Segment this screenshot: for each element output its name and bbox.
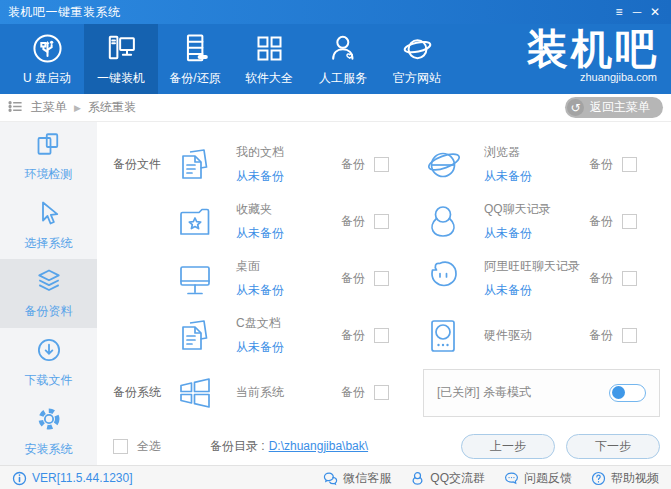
backup-item-my-documents: 我的文档 从未备份 备份: [175, 136, 423, 193]
qq-group-link[interactable]: QQ交流群: [410, 470, 485, 487]
logo: 装机吧 zhuangjiba.com: [527, 29, 659, 83]
back-button-label: 返回主菜单: [590, 99, 650, 116]
antivirus-mode-box: [已关闭] 杀毒模式: [423, 369, 660, 417]
backup-dir-label: 备份目录 :: [210, 438, 265, 455]
back-to-main-menu-button[interactable]: ↺ 返回主菜单: [565, 97, 663, 118]
item-status-link[interactable]: 从未备份: [236, 168, 284, 185]
backup-item-wangwang-chat: 阿里旺旺聊天记录 从未备份 备份: [423, 250, 671, 307]
sidebar-item-select-system[interactable]: 选择系统: [0, 191, 97, 260]
row-label-spacer: [97, 193, 175, 250]
wechat-support-link[interactable]: 微信客服: [323, 470, 391, 487]
item-status-link[interactable]: 从未备份: [484, 225, 551, 242]
item-name: C盘文档: [236, 315, 284, 332]
previous-step-button[interactable]: 上一步: [461, 434, 555, 459]
usb-icon: [31, 32, 64, 65]
browser-icon: [423, 145, 463, 185]
next-step-button[interactable]: 下一步: [566, 434, 660, 459]
item-name: QQ聊天记录: [484, 201, 551, 218]
antivirus-mode-label: [已关闭] 杀毒模式: [437, 384, 531, 401]
logo-text: 装机吧: [527, 25, 659, 73]
backup-checkbox-my-documents[interactable]: [374, 157, 389, 172]
backup-checkbox-hardware-drivers[interactable]: [622, 328, 637, 343]
sidebar-item-env-check[interactable]: 环境检测: [0, 122, 97, 191]
item-status-link[interactable]: 从未备份: [484, 168, 532, 185]
antivirus-cell: [已关闭] 杀毒模式: [423, 364, 660, 421]
hard-drive-icon: [423, 316, 463, 356]
body: 环境检测 选择系统 备份资料: [0, 122, 671, 465]
backup-checkbox-desktop[interactable]: [374, 271, 389, 286]
status-link-label: 微信客服: [343, 470, 391, 487]
feedback-link[interactable]: 问题反馈: [504, 470, 572, 487]
sidebar-item-download-files[interactable]: 下载文件: [0, 328, 97, 397]
select-all: 全选: [113, 438, 161, 455]
sidebar-item-backup-data[interactable]: 备份资料: [0, 259, 97, 328]
sidebar-item-label: 安装系统: [25, 441, 73, 458]
sidebar-item-label: 环境检测: [25, 166, 73, 183]
nav-item-usb-boot[interactable]: U 盘启动: [10, 24, 84, 94]
env-check-icon: [34, 129, 64, 159]
antivirus-toggle[interactable]: [609, 384, 646, 402]
breadcrumb-root[interactable]: 主菜单: [31, 99, 67, 116]
desktop-icon: [175, 259, 215, 299]
menu-icon[interactable]: ≡: [611, 3, 627, 21]
window-title: 装机吧一键重装系统: [8, 4, 611, 21]
row-label-spacer: [97, 307, 175, 364]
item-name: 桌面: [236, 258, 284, 275]
documents-icon: [175, 145, 215, 185]
select-all-checkbox[interactable]: [113, 439, 128, 454]
item-status-link[interactable]: 从未备份: [484, 282, 580, 299]
backup-checkbox-current-system[interactable]: [374, 385, 389, 400]
backup-checkbox-favorites[interactable]: [374, 214, 389, 229]
logo-domain: zhuangjiba.com: [527, 72, 659, 83]
person-icon: [327, 32, 360, 65]
item-status-link[interactable]: 从未备份: [236, 339, 284, 356]
sidebar-item-install-system[interactable]: 安装系统: [0, 396, 97, 465]
item-name: 硬件驱动: [484, 327, 532, 344]
backup-label: 备份: [341, 327, 365, 344]
toggle-knob: [612, 386, 625, 399]
step-buttons: 上一步 下一步: [461, 434, 660, 459]
info-icon: [12, 471, 27, 486]
backup-checkbox-browser[interactable]: [622, 157, 637, 172]
select-all-label: 全选: [137, 438, 161, 455]
backup-checkbox-wangwang-chat[interactable]: [622, 271, 637, 286]
sidebar-item-label: 备份资料: [25, 303, 73, 320]
nav-item-software-collection[interactable]: 软件大全: [232, 24, 306, 94]
server-icon: [179, 32, 212, 65]
nav-item-customer-service[interactable]: 人工服务: [306, 24, 380, 94]
sidebar-item-label: 选择系统: [25, 235, 73, 252]
item-name: 浏览器: [484, 144, 532, 161]
nav-item-one-click-install[interactable]: 一键装机: [84, 24, 158, 94]
help-icon: [591, 471, 606, 486]
backup-item-desktop: 桌面 从未备份 备份: [175, 250, 423, 307]
list-icon: [8, 99, 23, 117]
nav-item-backup-restore[interactable]: 备份/还原: [158, 24, 232, 94]
close-icon[interactable]: ✕: [647, 3, 663, 21]
item-status-link[interactable]: 从未备份: [236, 225, 284, 242]
backup-dir-link[interactable]: D:\zhuangjiba\bak\: [269, 439, 368, 453]
backup-label: 备份: [341, 213, 365, 230]
cursor-icon: [34, 198, 64, 228]
bottom-bar: 全选 备份目录 : D:\zhuangjiba\bak\ 上一步 下一步: [97, 427, 671, 465]
feedback-icon: [504, 471, 519, 486]
version-text: VER[11.5.44.1230]: [32, 471, 133, 485]
backup-files-label: 备份文件: [97, 136, 175, 193]
nav-bar: U 盘启动 一键装机 备份/还原: [0, 24, 671, 94]
windows-icon: [175, 373, 215, 413]
item-status-link[interactable]: 从未备份: [236, 282, 284, 299]
minimize-icon[interactable]: ─: [629, 3, 645, 21]
backup-checkbox-c-drive-docs[interactable]: [374, 328, 389, 343]
help-video-link[interactable]: 帮助视频: [591, 470, 659, 487]
nav-item-label: 官方网站: [393, 70, 441, 87]
nav-item-label: 备份/还原: [169, 70, 220, 87]
nav-item-official-site[interactable]: 官方网站: [380, 24, 454, 94]
download-icon: [34, 335, 64, 365]
title-bar: 装机吧一键重装系统 ≡ ─ ✕: [0, 0, 671, 24]
item-name: 收藏夹: [236, 201, 284, 218]
backup-checkbox-qq-chat[interactable]: [622, 214, 637, 229]
gear-icon: [34, 404, 64, 434]
grid-icon: [253, 32, 286, 65]
backup-label: 备份: [589, 270, 613, 287]
backup-grid: 备份文件 我的文档 从未备份 备份: [97, 122, 671, 421]
qq-icon: [423, 202, 463, 242]
